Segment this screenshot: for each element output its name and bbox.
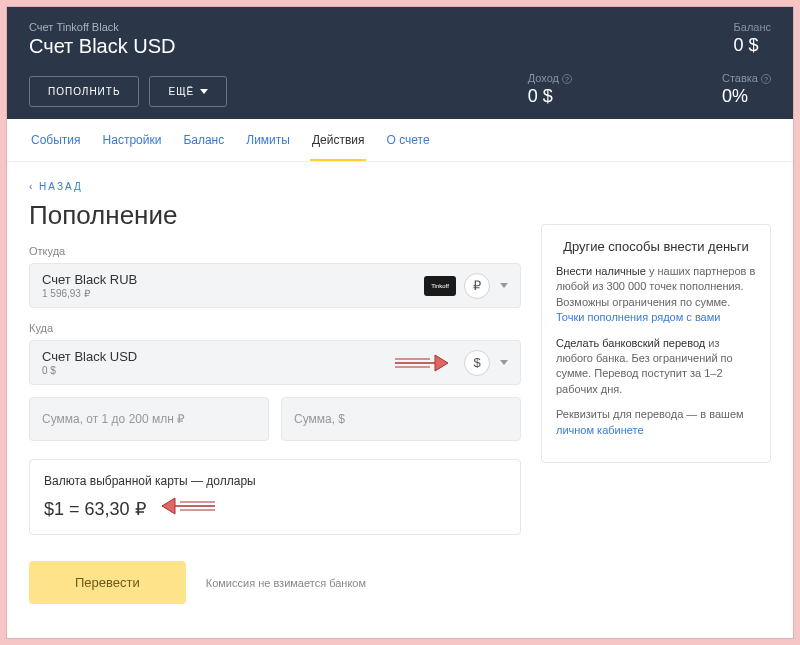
rate-label: Ставка? [722,72,771,84]
card-icon: Tinkoff [424,276,456,296]
balance-value: 0 $ [734,35,771,56]
exchange-rate-box: Валюта выбранной карты — доллары $1 = 63… [29,459,521,535]
to-label: Куда [29,322,521,334]
help-icon[interactable]: ? [562,74,572,84]
cash-deposit-title: Внести наличные [556,265,646,277]
page-title: Пополнение [29,200,521,231]
from-account-balance: 1 596,93 ₽ [42,288,424,299]
amount-usd-input[interactable] [281,397,521,441]
income-value: 0 $ [528,86,572,107]
more-button[interactable]: ЕЩЁ [149,76,227,107]
more-button-label: ЕЩЁ [168,86,194,97]
chevron-down-icon [200,89,208,94]
transfer-button[interactable]: Перевести [29,561,186,604]
fee-note: Комиссия не взимается банком [206,577,366,589]
exchange-rate-value: $1 = 63,30 ₽ [44,498,506,520]
tab-settings[interactable]: Настройки [101,119,164,161]
rate-value: 0% [722,86,771,107]
rate-currency-label: Валюта выбранной карты — доллары [44,474,506,488]
tab-actions[interactable]: Действия [310,119,367,161]
amount-rub-input[interactable] [29,397,269,441]
account-subtitle: Счет Tinkoff Black [29,21,654,33]
currency-badge-rub: ₽ [464,273,490,299]
other-methods-panel: Другие способы внести деньги Внести нали… [541,224,771,463]
tab-about[interactable]: О счете [384,119,431,161]
annotation-arrow-icon [390,345,450,381]
tab-limits[interactable]: Лимиты [244,119,292,161]
currency-badge-usd: $ [464,350,490,376]
income-label: Доход? [528,72,572,84]
account-header: Счет Tinkoff Black Счет Black USD Баланс… [7,7,793,119]
tab-balance[interactable]: Баланс [181,119,226,161]
requisites-text: Реквизиты для перевода — в вашем [556,408,744,420]
to-account-select[interactable]: Счет Black USD 0 $ $ [29,340,521,385]
tab-events[interactable]: События [29,119,83,161]
from-label: Откуда [29,245,521,257]
cash-points-link[interactable]: Точки пополнения рядом с вами [556,311,720,323]
from-account-name: Счет Black RUB [42,272,424,287]
wire-transfer-title: Сделать банковский перевод [556,337,705,349]
back-link[interactable]: ‹ НАЗАД [29,181,83,192]
side-title: Другие способы внести деньги [556,239,756,254]
from-account-select[interactable]: Счет Black RUB 1 596,93 ₽ Tinkoff ₽ [29,263,521,308]
tabs: События Настройки Баланс Лимиты Действия… [7,119,793,162]
annotation-arrow-icon [160,488,220,524]
account-title: Счет Black USD [29,35,654,58]
topup-button[interactable]: ПОПОЛНИТЬ [29,76,139,107]
requisites-link[interactable]: личном кабинете [556,424,644,436]
chevron-down-icon [500,360,508,365]
help-icon[interactable]: ? [761,74,771,84]
balance-label: Баланс [734,21,771,33]
chevron-down-icon [500,283,508,288]
